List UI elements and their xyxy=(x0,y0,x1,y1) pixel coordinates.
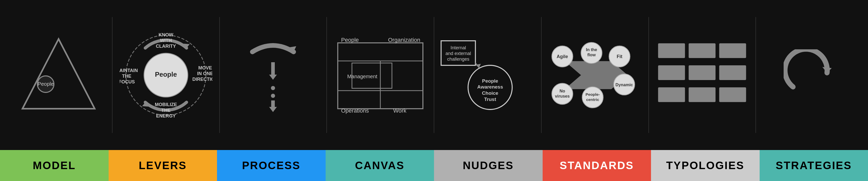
svg-text:IN ONE: IN ONE xyxy=(197,71,212,76)
typologies-section xyxy=(649,3,756,147)
svg-text:In the: In the xyxy=(586,47,597,52)
svg-rect-70 xyxy=(658,87,685,102)
svg-text:WITH: WITH xyxy=(160,38,172,43)
svg-rect-66 xyxy=(719,43,746,58)
strategies-diagram xyxy=(784,49,835,101)
svg-text:Internal: Internal xyxy=(451,45,466,50)
svg-text:FOCUS: FOCUS xyxy=(120,79,135,84)
svg-text:DIRECTION: DIRECTION xyxy=(192,77,212,82)
svg-text:Choice: Choice xyxy=(482,90,498,96)
tab-model[interactable]: MODEL xyxy=(0,150,108,181)
svg-text:Work: Work xyxy=(393,108,407,114)
tab-strategies[interactable]: STRATEGIES xyxy=(760,150,868,181)
levers-diagram: People KNOW WITH CLARITY MAINTAIN THE FO… xyxy=(120,29,212,122)
model-diagram: People xyxy=(17,34,100,116)
tab-canvas[interactable]: CANVAS xyxy=(326,150,434,181)
svg-text:Management: Management xyxy=(347,73,377,79)
svg-rect-67 xyxy=(658,65,685,80)
standards-section: Agile In the flow Fit No viruses People-… xyxy=(541,3,648,147)
svg-text:MAINTAIN: MAINTAIN xyxy=(120,68,138,73)
svg-point-24 xyxy=(271,94,275,98)
svg-rect-68 xyxy=(689,65,715,80)
svg-marker-26 xyxy=(269,107,277,112)
svg-text:People-: People- xyxy=(585,92,600,96)
svg-marker-73 xyxy=(822,67,832,73)
svg-text:Fit: Fit xyxy=(617,54,622,59)
tab-levers[interactable]: LEVERS xyxy=(108,150,217,181)
svg-text:CLARITY: CLARITY xyxy=(156,43,176,49)
process-diagram xyxy=(245,36,301,114)
svg-rect-69 xyxy=(719,65,746,80)
canvas-section: People Organization Management Operation… xyxy=(327,3,434,147)
svg-text:challenges: challenges xyxy=(447,56,469,61)
svg-text:THE: THE xyxy=(122,73,131,79)
svg-text:and external: and external xyxy=(445,51,471,56)
svg-text:Awareness: Awareness xyxy=(477,84,503,90)
svg-text:Operations: Operations xyxy=(341,108,369,114)
svg-point-23 xyxy=(271,86,275,90)
tab-process[interactable]: PROCESS xyxy=(217,150,326,181)
svg-text:Agile: Agile xyxy=(557,54,568,59)
canvas-diagram: People Organization Management Operation… xyxy=(337,35,424,115)
tab-nudges[interactable]: NUDGES xyxy=(434,150,542,181)
svg-text:People: People xyxy=(155,70,177,78)
svg-text:People: People xyxy=(482,78,498,83)
tab-standards[interactable]: STANDARDS xyxy=(542,150,651,181)
levers-section: People KNOW WITH CLARITY MAINTAIN THE FO… xyxy=(113,3,219,147)
bottom-bar: MODEL LEVERS PROCESS CANVAS NUDGES STAND… xyxy=(0,150,868,181)
svg-text:KNOW: KNOW xyxy=(158,32,173,37)
typologies-diagram xyxy=(656,36,748,114)
svg-marker-22 xyxy=(269,74,277,80)
svg-text:flow: flow xyxy=(587,52,596,57)
svg-text:No: No xyxy=(559,88,565,93)
svg-rect-72 xyxy=(719,87,746,102)
model-section: People xyxy=(5,3,112,147)
nudges-diagram: Internal and external challenges People … xyxy=(439,34,537,116)
main-area: People People KNOW xyxy=(0,0,868,150)
strategies-section xyxy=(756,3,863,147)
svg-text:People: People xyxy=(341,37,359,43)
svg-marker-0 xyxy=(23,39,95,109)
svg-text:THE: THE xyxy=(161,108,170,113)
svg-text:People: People xyxy=(38,81,54,87)
svg-text:Dynamic: Dynamic xyxy=(615,82,633,87)
svg-text:Trust: Trust xyxy=(484,96,496,102)
svg-text:MOVE: MOVE xyxy=(198,65,212,70)
svg-text:ENERGY: ENERGY xyxy=(156,113,176,119)
svg-text:centric: centric xyxy=(586,97,599,101)
svg-text:Organization: Organization xyxy=(388,37,420,43)
nudges-section: Internal and external challenges People … xyxy=(434,3,541,147)
svg-rect-65 xyxy=(689,43,715,58)
tab-typologies[interactable]: TYPOLOGIES xyxy=(651,150,760,181)
svg-text:viruses: viruses xyxy=(555,93,569,98)
standards-diagram: Agile In the flow Fit No viruses People-… xyxy=(546,34,644,116)
process-section xyxy=(220,3,327,147)
svg-text:MOBILIZE: MOBILIZE xyxy=(155,102,177,107)
svg-rect-71 xyxy=(689,87,715,102)
svg-rect-64 xyxy=(658,43,685,58)
